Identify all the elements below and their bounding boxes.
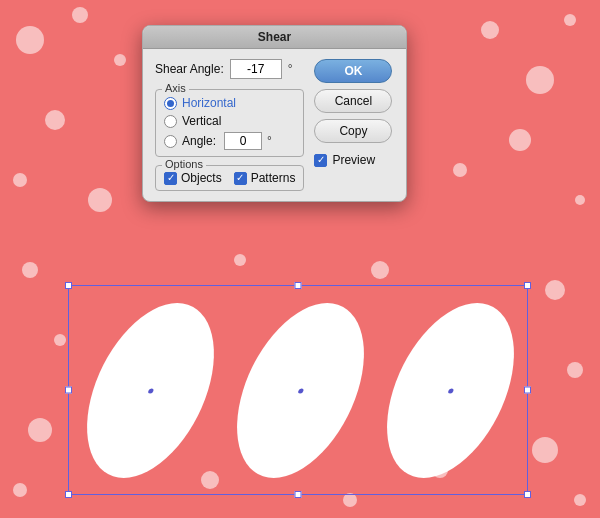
- handle-tl[interactable]: [65, 282, 72, 289]
- shapes-container: [75, 290, 525, 490]
- oval-shape-2: [216, 303, 385, 478]
- handle-mr[interactable]: [524, 387, 531, 394]
- dialog-title: Shear: [258, 30, 291, 44]
- angle-input[interactable]: [224, 132, 262, 150]
- background-dot: [88, 188, 112, 212]
- axis-label: Axis: [162, 82, 189, 94]
- options-group: Options ✓ Objects ✓ Patterns: [155, 165, 304, 191]
- radio-label-vertical: Vertical: [182, 114, 221, 128]
- cancel-button[interactable]: Cancel: [314, 89, 392, 113]
- preview-row[interactable]: ✓ Preview: [314, 153, 394, 167]
- background-dot: [371, 261, 389, 279]
- objects-checkbox[interactable]: ✓: [164, 172, 177, 185]
- shear-angle-label: Shear Angle:: [155, 62, 224, 76]
- oval-shape-3: [366, 303, 535, 478]
- radio-vertical[interactable]: Vertical: [164, 114, 295, 128]
- background-dot: [545, 280, 565, 300]
- background-dot: [481, 21, 499, 39]
- dialog-right: OK Cancel Copy ✓ Preview: [314, 59, 394, 191]
- patterns-label: Patterns: [251, 171, 296, 185]
- handle-tr[interactable]: [524, 282, 531, 289]
- dialog-titlebar: Shear: [143, 26, 406, 49]
- patterns-checkbox-item[interactable]: ✓ Patterns: [234, 171, 296, 185]
- center-dot-3: [447, 388, 454, 393]
- radio-inner-horizontal: [167, 100, 174, 107]
- patterns-checkmark: ✓: [236, 173, 244, 183]
- oval-shape-1: [66, 303, 235, 478]
- patterns-checkbox[interactable]: ✓: [234, 172, 247, 185]
- preview-label: Preview: [332, 153, 375, 167]
- handle-br[interactable]: [524, 491, 531, 498]
- background-dot: [567, 362, 583, 378]
- background-dot: [574, 494, 586, 506]
- center-dot-2: [297, 388, 304, 393]
- background-dot: [526, 66, 554, 94]
- background-dot: [343, 493, 357, 507]
- dialog-left: Shear Angle: ° Axis Horizontal Vertical: [155, 59, 304, 191]
- radio-angle[interactable]: Angle: °: [164, 132, 295, 150]
- background-dot: [234, 254, 246, 266]
- shear-dialog: Shear Shear Angle: ° Axis Horizontal: [142, 25, 407, 202]
- background-dot: [16, 26, 44, 54]
- center-dot-1: [147, 388, 154, 393]
- objects-checkbox-item[interactable]: ✓ Objects: [164, 171, 222, 185]
- background-dot: [509, 129, 531, 151]
- background-dot: [54, 334, 66, 346]
- handle-ml[interactable]: [65, 387, 72, 394]
- ok-button[interactable]: OK: [314, 59, 392, 83]
- copy-button[interactable]: Copy: [314, 119, 392, 143]
- preview-checkbox[interactable]: ✓: [314, 154, 327, 167]
- radio-horizontal[interactable]: Horizontal: [164, 96, 295, 110]
- dialog-body: Shear Angle: ° Axis Horizontal Vertical: [143, 49, 406, 201]
- radio-label-angle: Angle:: [182, 134, 216, 148]
- radio-btn-angle[interactable]: [164, 135, 177, 148]
- radio-btn-vertical[interactable]: [164, 115, 177, 128]
- handle-bm[interactable]: [295, 491, 302, 498]
- objects-label: Objects: [181, 171, 222, 185]
- objects-checkmark: ✓: [167, 173, 175, 183]
- handle-bl[interactable]: [65, 491, 72, 498]
- background-dot: [114, 54, 126, 66]
- options-label: Options: [162, 158, 206, 170]
- background-dot: [564, 14, 576, 26]
- background-dot: [72, 7, 88, 23]
- background-dot: [453, 163, 467, 177]
- shear-angle-row: Shear Angle: °: [155, 59, 304, 79]
- shear-degree-symbol: °: [288, 62, 293, 76]
- background-dot: [532, 437, 558, 463]
- background-dot: [13, 483, 27, 497]
- radio-btn-horizontal[interactable]: [164, 97, 177, 110]
- background-dot: [45, 110, 65, 130]
- options-checkbox-row: ✓ Objects ✓ Patterns: [164, 171, 295, 185]
- handle-tm[interactable]: [295, 282, 302, 289]
- shear-angle-input[interactable]: [230, 59, 282, 79]
- preview-checkmark: ✓: [317, 155, 325, 165]
- background-dot: [22, 262, 38, 278]
- axis-group: Axis Horizontal Vertical Angle:: [155, 89, 304, 157]
- radio-label-horizontal: Horizontal: [182, 96, 236, 110]
- background-dot: [575, 195, 585, 205]
- background-dot: [28, 418, 52, 442]
- background-dot: [13, 173, 27, 187]
- angle-degree-symbol: °: [267, 134, 272, 148]
